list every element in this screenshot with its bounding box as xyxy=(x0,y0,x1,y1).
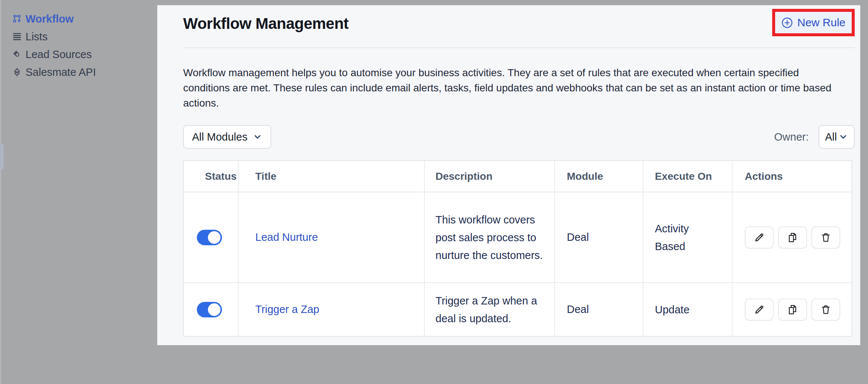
table-row-module-cell: Deal xyxy=(555,192,643,283)
page-title: Workflow Management xyxy=(183,15,349,33)
magnet-icon xyxy=(12,50,22,59)
lists-icon xyxy=(12,32,22,41)
sidebar-item-workflow[interactable]: Workflow xyxy=(0,10,157,28)
table-row-status-cell xyxy=(184,283,239,336)
table-row-status-cell xyxy=(184,192,239,283)
column-header-execute-on: Execute On xyxy=(643,161,733,192)
workflow-settings-screen: Workflow Lists Lead Sources xyxy=(0,0,868,384)
sidebar-item-salesmate-api[interactable]: Salesmate API xyxy=(0,63,157,81)
sidebar-item-lists[interactable]: Lists xyxy=(0,28,157,46)
module-filter-value: All Modules xyxy=(192,131,248,143)
duplicate-button[interactable] xyxy=(778,226,807,249)
column-header-actions: Actions xyxy=(733,161,851,192)
header-divider xyxy=(183,47,855,48)
column-header-status: Status xyxy=(184,161,239,192)
owner-filter: Owner: All xyxy=(774,125,855,149)
sidebar-item-label: Lists xyxy=(26,31,48,43)
status-toggle[interactable] xyxy=(197,230,222,245)
table-row-actions-cell xyxy=(733,283,851,336)
new-rule-button[interactable]: New Rule xyxy=(775,12,852,33)
table-row-execute-on-cell: Activity Based xyxy=(643,192,733,283)
annotation-highlight-box: New Rule xyxy=(772,9,855,36)
table-row-module-cell: Deal xyxy=(555,283,643,336)
edit-button[interactable] xyxy=(745,226,774,249)
toggle-knob xyxy=(208,303,221,316)
owner-label: Owner: xyxy=(774,131,808,143)
edit-pencil-icon xyxy=(754,232,765,243)
column-header-module: Module xyxy=(555,161,643,192)
api-icon xyxy=(12,67,22,77)
scroll-accent xyxy=(0,144,4,169)
chevron-down-icon xyxy=(253,132,262,142)
workflow-title-link[interactable]: Trigger a Zap xyxy=(255,303,319,316)
table-row-description-cell: This workflow covers post sales process … xyxy=(425,192,555,283)
delete-button[interactable] xyxy=(811,226,840,249)
sidebar-item-label: Workflow xyxy=(26,13,74,25)
table-row-title-cell: Lead Nurture xyxy=(239,192,425,283)
column-header-description: Description xyxy=(425,161,555,192)
delete-trash-icon xyxy=(820,304,831,315)
sidebar-item-lead-sources[interactable]: Lead Sources xyxy=(0,46,157,63)
toggle-knob xyxy=(208,231,221,244)
workflow-rules-table: Status Title Description Module Execute … xyxy=(183,160,852,337)
chevron-down-icon xyxy=(838,132,848,142)
sidebar-item-label: Lead Sources xyxy=(26,48,92,61)
table-row-description-cell: Trigger a Zap when a deal is updated. xyxy=(425,283,555,336)
settings-sidebar: Workflow Lists Lead Sources xyxy=(0,10,157,81)
plus-circle-icon xyxy=(781,17,793,28)
table-row-execute-on-cell: Update xyxy=(643,283,733,336)
workflow-icon xyxy=(12,14,22,24)
owner-filter-dropdown[interactable]: All xyxy=(818,125,855,149)
intro-text: Workflow management helps you to automis… xyxy=(183,65,836,111)
table-row-actions-cell xyxy=(733,192,851,283)
duplicate-copy-icon xyxy=(787,304,798,315)
duplicate-button[interactable] xyxy=(778,299,807,321)
module-filter-dropdown[interactable]: All Modules xyxy=(183,125,271,149)
sidebar-item-label: Salesmate API xyxy=(26,66,96,78)
owner-filter-value: All xyxy=(825,131,837,143)
new-rule-label: New Rule xyxy=(797,16,845,29)
edit-button[interactable] xyxy=(745,299,774,321)
edit-pencil-icon xyxy=(754,304,765,315)
workflow-title-link[interactable]: Lead Nurture xyxy=(255,231,318,243)
duplicate-copy-icon xyxy=(787,232,798,243)
status-toggle[interactable] xyxy=(197,302,222,317)
delete-button[interactable] xyxy=(811,299,840,321)
column-header-title: Title xyxy=(239,161,425,192)
workflow-management-panel: Workflow Management New Rule Workflow ma… xyxy=(157,5,860,345)
table-row-title-cell: Trigger a Zap xyxy=(239,283,425,336)
filter-row: All Modules Owner: All xyxy=(183,125,855,149)
delete-trash-icon xyxy=(820,232,831,243)
